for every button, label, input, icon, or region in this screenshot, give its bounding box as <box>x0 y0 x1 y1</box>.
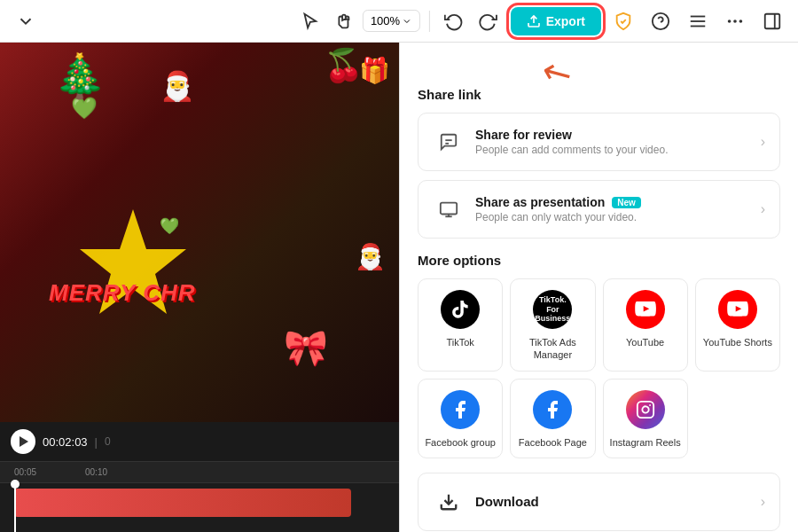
timeline-track[interactable] <box>0 483 399 532</box>
ruler-mark-2: 00:10 <box>85 467 156 477</box>
share-as-presentation-text: Share as presentation New People can onl… <box>475 195 761 223</box>
zoom-level: 100% <box>371 14 400 27</box>
export-icon <box>527 14 541 28</box>
menu-chevron-button[interactable] <box>11 6 41 36</box>
berries-decor: 🍒 <box>324 47 364 84</box>
youtube-shorts-label: YouTube Shorts <box>703 336 772 348</box>
timeline: 00:05 00:10 <box>0 461 399 532</box>
playback-separator: | <box>95 435 98 449</box>
share-for-review-text: Share for review People can add comments… <box>475 128 761 156</box>
social-grid: TikTok TikTok.ForBusiness TikTok Ads Man… <box>418 278 780 458</box>
social-item-tiktok[interactable]: TikTok <box>418 278 503 372</box>
timeline-needle <box>14 483 16 532</box>
share-for-review-desc: People can add comments to your video. <box>475 144 761 156</box>
svg-rect-17 <box>637 401 653 417</box>
youtube-shorts-icon <box>718 290 757 329</box>
export-button[interactable]: Export <box>511 7 601 35</box>
social-item-facebook-group[interactable]: Facebook group <box>418 379 503 458</box>
ornament-decor: 🎁 <box>359 56 390 85</box>
share-link-section: Share link Share for review People can a… <box>418 87 780 247</box>
zoom-control[interactable]: 100% <box>363 10 420 32</box>
share-as-presentation-desc: People can only watch your video. <box>475 211 761 223</box>
playback-marker: 0 <box>105 435 111 448</box>
social-item-youtube-shorts[interactable]: YouTube Shorts <box>695 278 780 372</box>
facebook-group-icon <box>441 390 480 429</box>
toolbar-center: 100% <box>295 6 503 36</box>
shield-check-button[interactable] <box>608 6 638 36</box>
svg-rect-9 <box>765 13 780 28</box>
share-link-title: Share link <box>418 87 780 102</box>
timestamp: 00:02:03 <box>43 435 88 449</box>
canvas-area: 💚 🎄 🍒 🎅 🎁 🎅 MERRY CHR 💚 <box>0 43 399 532</box>
share-for-review-icon <box>433 126 465 158</box>
side-panel-button[interactable] <box>757 6 787 36</box>
help-button[interactable] <box>645 6 676 36</box>
share-as-presentation-icon <box>433 193 465 225</box>
svg-marker-11 <box>80 209 186 314</box>
svg-rect-14 <box>441 203 457 215</box>
export-label: Export <box>546 14 585 28</box>
share-as-presentation-chevron-icon: › <box>761 201 765 217</box>
facebook-group-label: Facebook group <box>425 436 496 449</box>
social-item-instagram-reels[interactable]: Instagram Reels <box>603 379 688 458</box>
share-as-presentation-title: Share as presentation New <box>475 195 761 209</box>
redo-button[interactable] <box>473 6 503 36</box>
share-for-review-chevron-icon: › <box>761 134 765 150</box>
tiktok-ads-label: TikTok Ads Manager <box>516 336 589 362</box>
youtube-icon <box>626 290 665 329</box>
instagram-reels-icon <box>626 390 665 429</box>
instagram-reels-label: Instagram Reels <box>610 436 681 449</box>
svg-point-8 <box>729 20 731 22</box>
star-burst <box>71 209 195 316</box>
more-options-button[interactable] <box>720 6 750 36</box>
export-dropdown-panel: ↖ Share link Share for review People can… <box>399 43 798 532</box>
hand-decor: 🎀 <box>284 327 328 369</box>
heart-emoji-1: 💚 <box>71 96 98 121</box>
tiktok-ads-icon: TikTok.ForBusiness <box>533 290 572 329</box>
more-options-section: More options TikTok TikTok.ForBusiness <box>418 247 780 469</box>
merry-text: MERRY CHR <box>49 279 196 307</box>
decor-overlay: 💚 🎄 🍒 🎅 🎁 🎅 MERRY CHR 💚 <box>0 43 399 422</box>
santa-decor-2: 🎅 <box>355 242 386 271</box>
pointer-tool-button[interactable] <box>295 6 325 36</box>
toolbar: 100% Export <box>0 0 798 43</box>
share-for-review-title: Share for review <box>475 128 761 142</box>
santa-decor-1: 🎅 <box>160 69 195 103</box>
tiktok-icon <box>441 290 480 329</box>
presentation-title-text: Share as presentation <box>475 195 605 209</box>
tiktok-label: TikTok <box>446 336 473 348</box>
video-background: 💚 🎄 🍒 🎅 🎁 🎅 MERRY CHR 💚 <box>0 43 399 422</box>
hand-tool-button[interactable] <box>329 6 359 36</box>
more-options-title: More options <box>418 253 780 268</box>
social-item-facebook-page[interactable]: Facebook Page <box>510 379 595 458</box>
heart-emoji-2: 💚 <box>160 216 179 236</box>
share-as-presentation-option[interactable]: Share as presentation New People can onl… <box>418 180 780 239</box>
facebook-page-icon <box>533 390 572 429</box>
layout-button[interactable] <box>683 6 713 36</box>
social-item-tiktok-ads[interactable]: TikTok.ForBusiness TikTok Ads Manager <box>510 278 595 372</box>
timeline-ruler: 00:05 00:10 <box>0 462 399 483</box>
undo-button[interactable] <box>439 6 469 36</box>
timeline-clip[interactable] <box>14 489 351 517</box>
share-for-review-option[interactable]: Share for review People can add comments… <box>418 113 780 171</box>
video-preview: 💚 🎄 🍒 🎅 🎁 🎅 MERRY CHR 💚 <box>0 43 399 422</box>
play-button[interactable] <box>11 429 35 454</box>
download-icon <box>433 486 465 518</box>
svg-point-6 <box>734 20 736 22</box>
zoom-chevron-icon <box>402 16 412 27</box>
play-icon <box>20 436 28 447</box>
social-item-youtube[interactable]: YouTube <box>603 278 688 372</box>
new-badge: New <box>612 197 641 208</box>
svg-point-7 <box>740 20 742 22</box>
candy-decor: 🎄 <box>53 51 106 101</box>
divider <box>429 11 430 32</box>
main-area: 💚 🎄 🍒 🎅 🎁 🎅 MERRY CHR 💚 <box>0 43 798 532</box>
youtube-label: YouTube <box>626 336 664 348</box>
download-chevron-icon: › <box>761 494 765 510</box>
download-label: Download <box>475 494 761 509</box>
download-section[interactable]: Download › <box>418 473 780 531</box>
playback-bar: 00:02:03 | 0 <box>0 422 399 461</box>
ruler-marks: 00:05 00:10 <box>14 467 156 477</box>
ruler-mark-1: 00:05 <box>14 467 85 477</box>
facebook-page-label: Facebook Page <box>519 436 587 449</box>
